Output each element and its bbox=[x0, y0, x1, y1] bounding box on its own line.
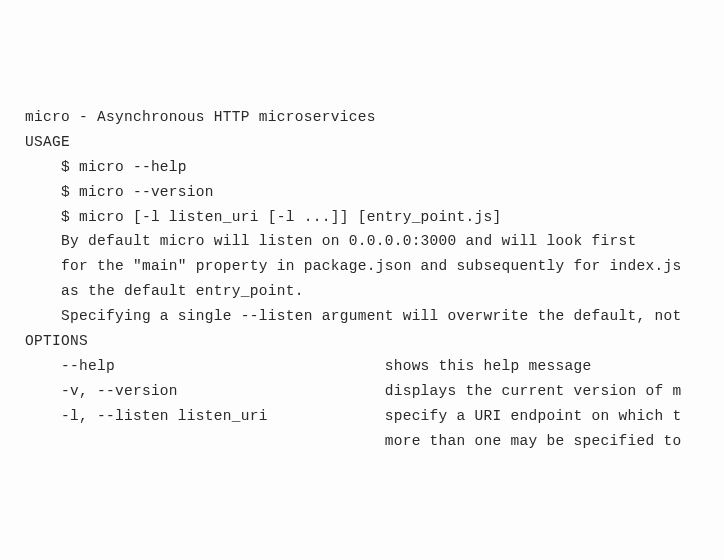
help-line: -l, --listen listen_uri specify a URI en… bbox=[25, 404, 724, 429]
help-line: for the "main" property in package.json … bbox=[25, 254, 724, 279]
help-output: micro - Asynchronous HTTP microservicesU… bbox=[25, 105, 724, 454]
help-line: USAGE bbox=[25, 130, 724, 155]
help-line: $ micro --help bbox=[25, 155, 724, 180]
help-line: $ micro --version bbox=[25, 180, 724, 205]
help-line: --help shows this help message bbox=[25, 354, 724, 379]
help-line: more than one may be specified to bbox=[25, 429, 724, 454]
help-line: Specifying a single --listen argument wi… bbox=[25, 304, 724, 329]
help-line: -v, --version displays the current versi… bbox=[25, 379, 724, 404]
help-line: $ micro [-l listen_uri [-l ...]] [entry_… bbox=[25, 205, 724, 230]
help-line: as the default entry_point. bbox=[25, 279, 724, 304]
help-line: By default micro will listen on 0.0.0.0:… bbox=[25, 229, 724, 254]
help-line: OPTIONS bbox=[25, 329, 724, 354]
help-line: micro - Asynchronous HTTP microservices bbox=[25, 105, 724, 130]
